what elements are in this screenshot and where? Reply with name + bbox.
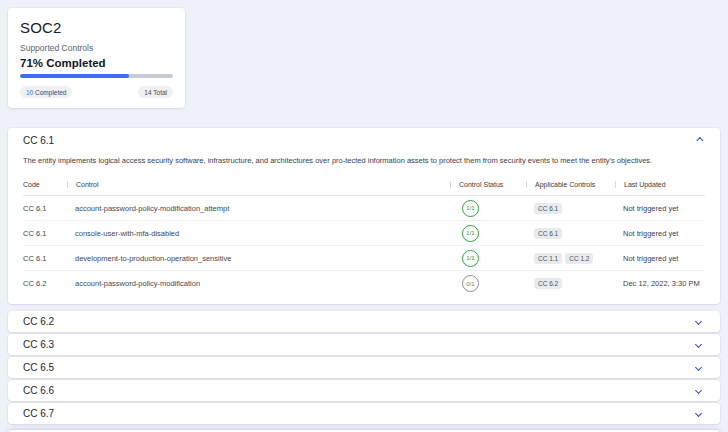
status-circle: 1/1	[462, 225, 479, 242]
progress-percent-label: 71% Completed	[20, 57, 173, 69]
row-code: CC 6.1	[23, 229, 67, 238]
soc2-summary-card: SOC2 Supported Controls 71% Completed 10…	[8, 8, 185, 108]
row-last-updated: Not triggered yet	[615, 254, 705, 263]
section-header-cc-6-6[interactable]: CC 6.6	[23, 380, 705, 401]
row-last-updated: Not triggered yet	[615, 229, 705, 238]
section-cc-6-5: CC 6.5	[8, 357, 720, 378]
section-title: CC 6.1	[23, 135, 54, 146]
section-header-cc-6-2[interactable]: CC 6.2	[23, 311, 705, 332]
section-title: CC 6.6	[23, 385, 54, 396]
applicable-control-chip: CC 1.1	[534, 253, 562, 264]
row-control-status: 1/1	[450, 200, 526, 217]
section-title: CC 6.7	[23, 408, 54, 419]
progress-bar	[20, 74, 173, 78]
applicable-control-chip: CC 6.2	[534, 278, 562, 289]
column-header-control: Control	[67, 181, 450, 188]
table-row[interactable]: CC 6.1 console-user-with-mfa-disabled 1/…	[23, 221, 705, 246]
column-header-code: Code	[23, 181, 67, 188]
row-control-name[interactable]: console-user-with-mfa-disabled	[67, 229, 450, 238]
section-cc-6-3: CC 6.3	[8, 334, 720, 355]
row-control-status: 1/1	[450, 250, 526, 267]
status-circle: 0/1	[462, 275, 479, 292]
section-header-cc-6-1[interactable]: CC 6.1	[23, 128, 705, 152]
column-header-control-status: Control Status	[450, 181, 526, 188]
compliance-page: { "summary": { "title": "SOC2", "subtitl…	[0, 0, 728, 432]
chevron-down-icon[interactable]	[695, 387, 702, 394]
applicable-control-chip: CC 1.2	[565, 253, 593, 264]
row-applicable-controls: CC 6.1	[526, 203, 615, 214]
row-control-status: 1/1	[450, 225, 526, 242]
section-title: CC 6.3	[23, 339, 54, 350]
row-control-name[interactable]: account-password-policy-modification_att…	[67, 204, 450, 213]
row-control-status: 0/1	[450, 275, 526, 292]
row-last-updated: Not triggered yet	[615, 204, 705, 213]
row-code: CC 6.2	[23, 279, 67, 288]
section-cc-6-6: CC 6.6	[8, 380, 720, 401]
controls-table: Code Control Control Status Applicable C…	[23, 174, 705, 296]
section-header-cc-6-3[interactable]: CC 6.3	[23, 334, 705, 355]
chevron-down-icon[interactable]	[695, 341, 702, 348]
progress-bar-fill	[20, 74, 129, 78]
section-header-cc-6-7[interactable]: CC 6.7	[23, 403, 705, 424]
controls-accordion: CC 6.1 The entity implements logical acc…	[8, 128, 720, 432]
table-row[interactable]: CC 6.1 account-password-policy-modificat…	[23, 196, 705, 221]
chevron-down-icon[interactable]	[695, 410, 702, 417]
row-applicable-controls: CC 1.1CC 1.2	[526, 253, 615, 264]
section-cc-6-1: CC 6.1 The entity implements logical acc…	[8, 128, 720, 304]
total-count-badge: 14 Total	[138, 86, 173, 98]
column-header-last-updated: Last Updated	[615, 181, 705, 188]
applicable-control-chip: CC 6.1	[534, 228, 562, 239]
status-circle: 1/1	[462, 200, 479, 217]
completed-label: Completed	[33, 89, 66, 96]
section-title: CC 6.2	[23, 316, 54, 327]
chevron-down-icon[interactable]	[695, 364, 702, 371]
status-circle: 1/1	[462, 250, 479, 267]
table-row[interactable]: CC 6.1 development-to-production-operati…	[23, 246, 705, 271]
applicable-control-chip: CC 6.1	[534, 203, 562, 214]
section-header-cc-6-5[interactable]: CC 6.5	[23, 357, 705, 378]
row-control-name[interactable]: development-to-production-operation_sens…	[67, 254, 450, 263]
column-header-applicable-controls: Applicable Controls	[526, 181, 615, 188]
chevron-up-icon[interactable]	[696, 136, 703, 143]
row-applicable-controls: CC 6.2	[526, 278, 615, 289]
table-row[interactable]: CC 6.2 account-password-policy-modificat…	[23, 271, 705, 296]
table-header-row: Code Control Control Status Applicable C…	[23, 174, 705, 196]
row-applicable-controls: CC 6.1	[526, 228, 615, 239]
row-last-updated: Dec 12, 2022, 3:30 PM	[615, 279, 705, 288]
completed-count-badge: 10 Completed	[20, 86, 72, 98]
row-code: CC 6.1	[23, 204, 67, 213]
section-description: The entity implements logical access sec…	[23, 152, 705, 174]
chevron-down-icon[interactable]	[695, 318, 702, 325]
section-cc-6-7: CC 6.7	[8, 403, 720, 424]
collapsed-sections: CC 6.2 CC 6.3 CC 6.5 CC 6.6 CC 6.7	[8, 311, 720, 424]
row-code: CC 6.1	[23, 254, 67, 263]
framework-title: SOC2	[20, 19, 173, 36]
supported-controls-label: Supported Controls	[20, 43, 173, 53]
section-title: CC 6.5	[23, 362, 54, 373]
section-cc-6-2: CC 6.2	[8, 311, 720, 332]
summary-badges: 10 Completed 14 Total	[20, 86, 173, 98]
row-control-name[interactable]: account-password-policy-modification	[67, 279, 450, 288]
